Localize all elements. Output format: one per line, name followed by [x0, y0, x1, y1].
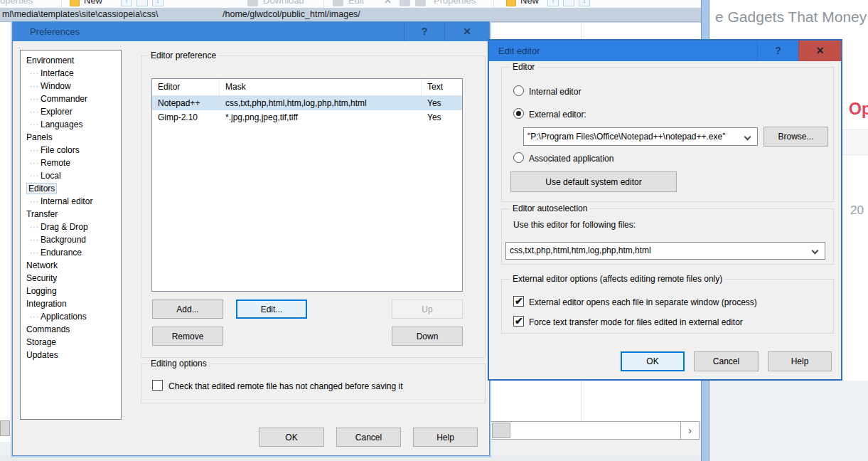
download-button[interactable]: Download — [263, 0, 304, 6]
tree-item-endurance[interactable]: ···Endurance — [21, 246, 121, 259]
arrow-down-mini-button[interactable]: ↓ — [579, 0, 590, 6]
tree-item-panels[interactable]: Panels — [21, 131, 121, 144]
left-file-pane-edge — [0, 22, 11, 442]
help-titlebar-button[interactable]: ? — [404, 22, 444, 41]
up-button[interactable]: Up — [392, 300, 463, 319]
editor-cell: Gimp-2.10 — [152, 110, 220, 124]
tree-item-remote[interactable]: ···Remote — [21, 157, 121, 169]
tree-item-editors[interactable]: Editors — [21, 182, 121, 195]
toolbar-separator — [61, 0, 62, 8]
edit-button[interactable]: Edit — [348, 0, 364, 6]
new-button-right[interactable]: New — [520, 0, 539, 6]
text-cell: Yes — [422, 110, 462, 124]
editor-table-row[interactable]: Notepad++css,txt,php,html,htm,log,php,ht… — [152, 96, 462, 110]
tree-branch-dots: ··· — [30, 249, 39, 257]
tree-item-label: Internal editor — [41, 196, 92, 206]
editor-cell: Notepad++ — [152, 96, 220, 110]
scrollbar-thumb[interactable] — [492, 423, 510, 438]
tree-branch-dots: ··· — [30, 108, 39, 116]
help-titlebar-button[interactable]: ? — [757, 41, 798, 61]
tree-item-integration[interactable]: Integration — [21, 297, 121, 310]
toolbar-separator — [323, 0, 324, 8]
associated-application-radio[interactable] — [513, 152, 524, 163]
tree-branch-dots: ··· — [30, 83, 39, 90]
tree-item-network[interactable]: Network — [21, 259, 121, 272]
preferences-titlebar[interactable]: Preferences ? ✕ — [13, 22, 489, 41]
background-toolbar: operties New ↑ ↓ Download Edit ✕ Propert… — [0, 0, 701, 8]
tree-item-internal-editor[interactable]: ···Internal editor — [21, 195, 121, 208]
edit-editor-titlebar[interactable]: Edit editor ? ✕ — [489, 41, 841, 61]
cancel-button[interactable]: Cancel — [336, 428, 401, 447]
separate-window-checkbox[interactable] — [513, 296, 524, 307]
horizontal-scrollbar[interactable]: › — [491, 421, 700, 440]
internal-editor-radio[interactable] — [513, 85, 524, 96]
tree-item-background[interactable]: ···Background — [21, 233, 121, 246]
tree-item-local[interactable]: ···Local — [21, 169, 121, 182]
arrow-up-mini-button[interactable]: ↑ — [547, 0, 559, 6]
new-button-left[interactable]: New — [84, 0, 102, 6]
blank-mini-button[interactable] — [563, 0, 574, 6]
local-path[interactable]: ml\media\templates\site\cassiopeia\css\ — [2, 8, 159, 21]
tree-item-security[interactable]: Security — [21, 272, 121, 285]
arrow-down-mini-button[interactable]: ↓ — [152, 0, 164, 6]
edit-editor-dialog: Edit editor ? ✕ Editor Internal editor E… — [488, 39, 842, 381]
properties-button[interactable]: Properties — [434, 0, 476, 6]
down-button[interactable]: Down — [392, 327, 463, 346]
scroll-right-button[interactable]: › — [680, 422, 699, 439]
tree-item-applications[interactable]: ···Applications — [21, 310, 121, 323]
file-masks-combobox[interactable]: css,txt,php,html,htm,log,php,htm,html — [505, 242, 825, 260]
column-header-mask[interactable]: Mask — [220, 79, 422, 95]
left-pane-scrollbar[interactable] — [0, 420, 10, 436]
tree-item-drag-drop[interactable]: ···Drag & Drop — [21, 221, 121, 233]
tree-item-label: Explorer — [41, 107, 73, 117]
tree-item-window[interactable]: ···Window — [21, 80, 121, 92]
toolbar-separator — [493, 0, 494, 8]
tree-item-commands[interactable]: Commands — [21, 323, 121, 336]
cancel-button[interactable]: Cancel — [694, 351, 759, 371]
editor-table-row[interactable]: Gimp-2.10*.jpg,png,jpeg,tif,tiffYes — [152, 110, 462, 124]
tree-item-environment[interactable]: Environment — [21, 54, 121, 67]
ok-button[interactable]: OK — [259, 428, 324, 447]
editor-table[interactable]: Editor Mask Text Notepad++css,txt,php,ht… — [151, 78, 463, 292]
help-button[interactable]: Help — [413, 428, 478, 447]
arrow-up-mini-button[interactable]: ↑ — [121, 0, 132, 6]
blank-mini-button[interactable] — [136, 0, 148, 6]
close-titlebar-button[interactable]: ✕ — [444, 22, 489, 41]
tree-item-languages[interactable]: ···Languages — [21, 118, 121, 131]
tree-item-transfer[interactable]: Transfer — [21, 208, 121, 221]
use-default-system-editor-button[interactable]: Use default system editor — [510, 171, 677, 192]
tree-item-logging[interactable]: Logging — [21, 285, 121, 297]
external-editor-path-combobox[interactable]: "P:\Program Files\Office\Notepad++\notep… — [523, 127, 758, 146]
column-header-editor[interactable]: Editor — [152, 79, 220, 95]
column-header-text[interactable]: Text — [422, 79, 462, 95]
remote-path[interactable]: /home/glwdcol/public_html/images/ — [223, 8, 360, 21]
tree-item-label: Environment — [26, 55, 74, 65]
separate-window-label: External editor opens each file in separ… — [529, 297, 757, 307]
add-button[interactable]: Add... — [152, 300, 223, 319]
tree-item-file-colors[interactable]: ···File colors — [21, 144, 121, 157]
tree-item-storage[interactable]: Storage — [21, 336, 121, 349]
remove-button[interactable]: Remove — [152, 327, 223, 346]
close-titlebar-button[interactable]: ✕ — [798, 41, 841, 61]
force-text-label: Force text transfer mode for files edite… — [529, 317, 743, 327]
help-button[interactable]: Help — [768, 351, 832, 371]
delete-icon[interactable]: ✕ — [384, 0, 392, 6]
tree-item-updates[interactable]: Updates — [21, 349, 121, 361]
groupbox-legend: Editor preference — [148, 51, 219, 60]
tree-branch-dots: ··· — [30, 147, 39, 154]
tree-item-label: Commander — [41, 94, 87, 104]
browse-button[interactable]: Browse... — [763, 127, 828, 147]
tree-branch-dots: ··· — [30, 95, 39, 103]
properties-button-partial[interactable]: operties — [0, 0, 33, 6]
ok-button[interactable]: OK — [621, 351, 685, 371]
external-editor-label: External editor: — [529, 110, 586, 120]
external-editor-radio[interactable] — [513, 108, 524, 119]
edit-button[interactable]: Edit... — [236, 300, 307, 319]
tree-item-interface[interactable]: ···Interface — [21, 67, 121, 80]
tree-item-commander[interactable]: ···Commander — [21, 92, 121, 105]
tree-item-explorer[interactable]: ···Explorer — [21, 105, 121, 118]
force-text-checkbox[interactable] — [513, 316, 524, 327]
preferences-tree[interactable]: Environment···Interface···Window···Comma… — [20, 50, 122, 420]
external-editor-path-value: "P:\Program Files\Office\Notepad++\notep… — [524, 128, 757, 145]
editing-options-checkbox[interactable] — [152, 380, 163, 391]
